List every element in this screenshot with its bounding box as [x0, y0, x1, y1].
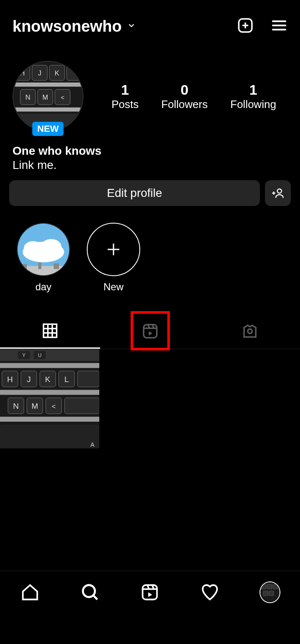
- followers-label: Followers: [161, 98, 207, 111]
- search-icon: [81, 583, 100, 602]
- username-dropdown[interactable]: knowsonewho: [13, 18, 136, 35]
- followers-count: 0: [161, 82, 207, 98]
- svg-rect-48: [0, 349, 99, 361]
- profile-info: H J K N M < NEW 1 Posts: [0, 44, 300, 136]
- svg-text:K: K: [45, 375, 50, 384]
- following-label: Following: [230, 98, 276, 111]
- add-person-icon: [272, 187, 284, 199]
- nav-reels[interactable]: [139, 582, 160, 603]
- tab-grid[interactable]: [0, 314, 100, 349]
- svg-text:U: U: [38, 352, 42, 358]
- nav-profile[interactable]: [260, 582, 280, 603]
- posts-count: 1: [111, 82, 139, 98]
- svg-text:N: N: [13, 402, 19, 410]
- bottom-nav: [0, 571, 300, 644]
- svg-text:H: H: [20, 69, 25, 77]
- svg-rect-76: [143, 585, 157, 600]
- nav-avatar-image: [260, 581, 280, 603]
- highlight-label: day: [35, 281, 52, 293]
- avatar[interactable]: H J K N M < NEW: [13, 61, 83, 132]
- menu-button[interactable]: [271, 17, 287, 35]
- svg-rect-84: [273, 584, 278, 589]
- svg-rect-41: [144, 325, 157, 338]
- display-name: One who knows: [13, 144, 287, 158]
- svg-rect-62: [78, 371, 99, 387]
- svg-rect-72: [0, 425, 99, 448]
- svg-text:J: J: [38, 69, 41, 77]
- create-post-button[interactable]: [237, 17, 254, 36]
- edit-profile-button[interactable]: Edit profile: [9, 180, 260, 206]
- highlight-new[interactable]: New: [87, 223, 140, 293]
- svg-line-75: [93, 596, 97, 600]
- reels-icon: [140, 583, 159, 602]
- profile-content-tabs: [0, 314, 300, 349]
- svg-rect-53: [0, 363, 99, 368]
- post-thumbnail[interactable]: Y U H J K L N M < A: [0, 349, 99, 448]
- bio-section: One who knows Link me.: [0, 136, 300, 180]
- svg-rect-36: [43, 324, 57, 337]
- tagged-icon: [241, 322, 259, 340]
- svg-text:K: K: [55, 69, 59, 77]
- svg-text:Y: Y: [22, 352, 25, 358]
- svg-text:J: J: [27, 375, 31, 384]
- highlight-thumbnail: [18, 223, 69, 276]
- svg-point-74: [83, 585, 95, 597]
- grid-icon: [41, 322, 59, 340]
- svg-rect-33: [54, 263, 59, 269]
- svg-rect-86: [269, 591, 274, 596]
- svg-marker-45: [149, 331, 152, 336]
- svg-text:A: A: [91, 441, 95, 448]
- new-badge: NEW: [32, 122, 63, 136]
- posts-label: Posts: [111, 98, 139, 111]
- svg-point-28: [24, 241, 43, 256]
- username: knowsonewho: [13, 18, 122, 35]
- svg-text:M: M: [31, 402, 38, 410]
- nav-home[interactable]: [20, 582, 40, 603]
- svg-rect-13: [67, 65, 82, 80]
- nav-search[interactable]: [80, 582, 101, 603]
- discover-people-button[interactable]: [265, 180, 291, 206]
- svg-rect-21: [13, 108, 83, 112]
- plus-icon: [103, 239, 124, 259]
- svg-rect-70: [65, 398, 99, 414]
- post-image: Y U H J K L N M < A: [0, 349, 99, 448]
- story-highlights: day New: [0, 206, 300, 301]
- avatar-image: H J K N M <: [13, 62, 83, 131]
- svg-text:<: <: [52, 402, 56, 410]
- svg-point-46: [248, 329, 252, 334]
- following-count: 1: [230, 82, 276, 98]
- svg-rect-71: [0, 417, 99, 422]
- svg-text:M: M: [42, 93, 48, 101]
- highlight-day[interactable]: day: [17, 223, 70, 293]
- header-actions: [237, 17, 287, 36]
- tab-reels[interactable]: [100, 314, 200, 349]
- svg-rect-14: [13, 83, 83, 87]
- svg-point-23: [277, 189, 282, 193]
- svg-text:L: L: [64, 375, 69, 384]
- posts-grid: Y U H J K L N M < A: [0, 349, 300, 448]
- highlight-label: New: [103, 281, 124, 293]
- tab-tagged[interactable]: [200, 314, 300, 349]
- svg-point-29: [41, 239, 62, 254]
- svg-rect-32: [38, 262, 41, 269]
- svg-text:H: H: [7, 375, 13, 384]
- svg-text:N: N: [25, 93, 30, 101]
- bio-text: Link me.: [13, 158, 287, 172]
- svg-rect-85: [263, 591, 268, 596]
- heart-icon: [200, 583, 219, 602]
- svg-rect-83: [267, 584, 272, 589]
- posts-stat[interactable]: 1 Posts: [111, 82, 139, 111]
- chevron-down-icon: [127, 21, 136, 32]
- profile-stats: 1 Posts 0 Followers 1 Following: [100, 82, 287, 111]
- nav-activity[interactable]: [199, 582, 220, 603]
- profile-header: knowsonewho: [0, 0, 300, 44]
- svg-rect-63: [0, 390, 99, 395]
- reels-icon: [141, 322, 159, 340]
- svg-text:<: <: [61, 94, 64, 101]
- svg-marker-80: [149, 592, 153, 597]
- svg-rect-31: [23, 264, 27, 269]
- following-stat[interactable]: 1 Following: [230, 82, 276, 111]
- followers-stat[interactable]: 0 Followers: [161, 82, 207, 111]
- svg-rect-82: [261, 584, 266, 589]
- edit-profile-row: Edit profile: [0, 180, 300, 206]
